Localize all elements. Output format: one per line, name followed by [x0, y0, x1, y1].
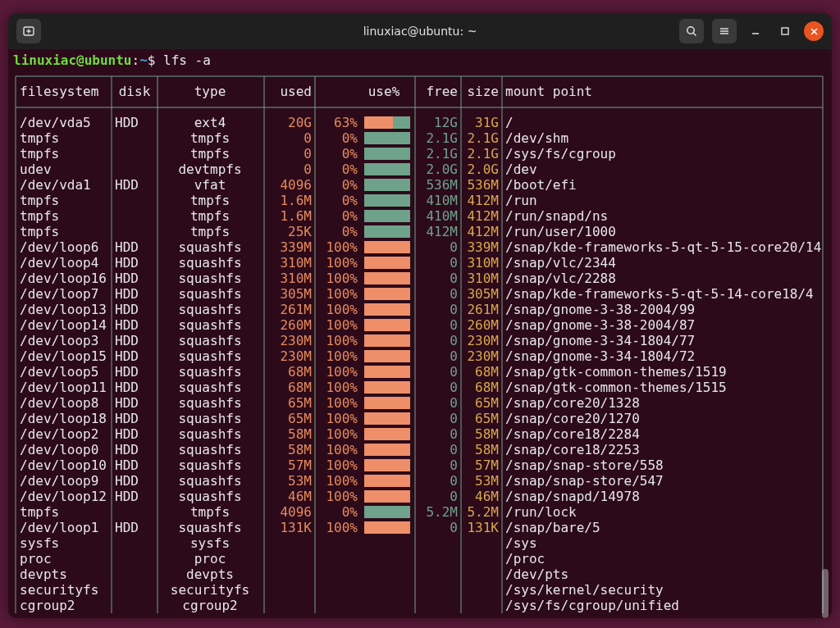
- cell-size: 2.0G: [467, 162, 499, 177]
- cell-used: 0: [304, 162, 312, 177]
- cell-type: cgroup2: [182, 598, 237, 613]
- cell-mount: /run/snapd/ns: [505, 208, 608, 224]
- cell-usep: 100%: [326, 239, 358, 255]
- cell-usep: 100%: [326, 489, 358, 504]
- cell-free: 0: [450, 286, 458, 302]
- cell-mount: /snap/vlc/2288: [505, 271, 616, 286]
- cell-type: squashfs: [178, 457, 241, 473]
- usage-bar-free: [364, 506, 410, 518]
- cell-used: 1.6M: [280, 208, 312, 224]
- cell-disk: HDD: [115, 380, 139, 395]
- cell-disk: HDD: [115, 177, 139, 193]
- cell-used: 230M: [280, 333, 312, 348]
- cell-free: 5.2M: [426, 504, 458, 520]
- cell-size: 310M: [467, 271, 499, 286]
- cell-filesystem: tmpfs: [20, 146, 59, 162]
- cell-type: devtmpfs: [178, 162, 241, 177]
- menu-button[interactable]: [712, 19, 737, 43]
- cell-free: 0: [450, 520, 458, 535]
- cell-filesystem: tmpfs: [20, 224, 59, 239]
- usage-bar-used: [364, 288, 410, 300]
- cell-filesystem: /dev/loop14: [20, 317, 107, 333]
- cell-mount: /snap/core20/1328: [505, 395, 640, 411]
- cell-filesystem: /dev/loop5: [20, 364, 98, 380]
- cell-type: squashfs: [178, 489, 241, 504]
- cell-size: 261M: [467, 302, 499, 317]
- cell-mount: /snap/snap-store/558: [505, 457, 664, 473]
- cell-usep: 0%: [342, 146, 358, 162]
- cell-free: 0: [450, 395, 458, 411]
- cell-size: 131K: [467, 520, 499, 535]
- cell-used: 1.6M: [280, 193, 312, 208]
- cell-size: 65M: [475, 411, 499, 426]
- cell-free: 0: [450, 473, 458, 489]
- cell-type: squashfs: [178, 411, 241, 426]
- usage-bar-used: [364, 366, 410, 378]
- usage-bar-used: [364, 444, 410, 456]
- usage-bar-free: [393, 116, 410, 129]
- col-used: used: [280, 84, 312, 99]
- cell-mount: /snap/gtk-common-themes/1519: [505, 364, 727, 380]
- close-button[interactable]: [804, 21, 824, 41]
- cell-disk: HDD: [115, 239, 139, 255]
- search-button[interactable]: [679, 19, 704, 43]
- cell-filesystem: /dev/loop4: [20, 255, 98, 271]
- terminal-window: linuxiac@ubuntu: ~: [8, 13, 832, 618]
- cell-used: 0: [304, 130, 312, 146]
- cell-usep: 100%: [326, 333, 358, 348]
- cell-type: ext4: [194, 115, 226, 130]
- cell-mount: /snap/bare/5: [505, 520, 600, 535]
- cell-free: 2.1G: [426, 130, 458, 146]
- minimize-button[interactable]: [745, 20, 766, 42]
- cell-type: tmpfs: [190, 130, 230, 146]
- new-tab-button[interactable]: [16, 19, 41, 43]
- scrollbar-thumb[interactable]: [822, 569, 829, 618]
- cell-disk: HDD: [115, 411, 139, 426]
- cell-filesystem: /dev/loop1: [20, 520, 98, 535]
- cell-size: 57M: [475, 457, 499, 473]
- cell-usep: 100%: [326, 395, 358, 411]
- cell-usep: 100%: [326, 442, 358, 457]
- cell-filesystem: tmpfs: [20, 193, 59, 208]
- col-usep: use%: [368, 84, 400, 99]
- cell-mount: /: [505, 115, 514, 130]
- col-type: type: [194, 84, 226, 99]
- cell-size: 65M: [475, 395, 499, 411]
- cell-disk: HDD: [115, 395, 139, 411]
- cell-free: 0: [450, 348, 458, 364]
- cell-filesystem: /dev/loop7: [20, 286, 98, 302]
- cell-filesystem: /dev/loop18: [20, 411, 107, 426]
- cell-type: squashfs: [178, 442, 241, 457]
- usage-bar-used: [364, 475, 410, 487]
- cell-used: 53M: [288, 473, 312, 489]
- cell-type: squashfs: [178, 239, 241, 255]
- cell-size: 2.1G: [467, 130, 499, 146]
- cell-used: 57M: [288, 457, 312, 473]
- cell-type: squashfs: [178, 395, 241, 411]
- terminal-body[interactable]: linuxiac@ubuntu:~$ lfs -a filesystemdisk…: [8, 49, 832, 618]
- cell-free: 0: [450, 426, 458, 442]
- cell-mount: /run: [505, 193, 537, 208]
- cell-free: 2.1G: [426, 146, 458, 162]
- maximize-icon: [780, 26, 790, 36]
- cell-usep: 0%: [342, 177, 358, 193]
- cell-free: 0: [450, 380, 458, 395]
- cell-free: 0: [450, 317, 458, 333]
- cell-size: 230M: [467, 348, 499, 364]
- cell-disk: HDD: [115, 489, 139, 504]
- usage-bar-used: [364, 241, 410, 253]
- cell-type: squashfs: [178, 380, 241, 395]
- cell-used: 65M: [288, 411, 312, 426]
- cell-mount: /snap/gnome-3-34-1804/72: [505, 348, 695, 364]
- cell-usep: 0%: [342, 504, 358, 520]
- cell-free: 0: [450, 333, 458, 348]
- cell-free: 536M: [426, 177, 458, 193]
- cell-free: 0: [450, 271, 458, 286]
- cell-free: 410M: [426, 208, 458, 224]
- maximize-button[interactable]: [774, 20, 796, 42]
- cell-size: 68M: [475, 364, 499, 380]
- cell-usep: 100%: [326, 271, 358, 286]
- cell-usep: 100%: [326, 457, 358, 473]
- cell-used: 20G: [288, 115, 312, 130]
- cell-type: squashfs: [178, 348, 241, 364]
